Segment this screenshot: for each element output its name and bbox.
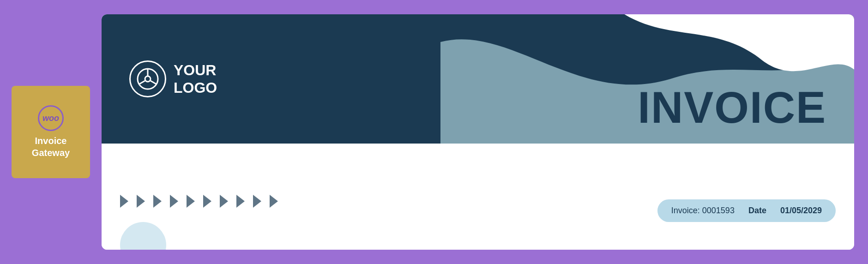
date-label: Date bbox=[748, 206, 766, 216]
bottom-circle-decoration bbox=[120, 222, 166, 250]
steering-wheel-icon bbox=[136, 67, 160, 91]
invoice-card: YOUR LOGO INVOICE bbox=[102, 14, 854, 250]
logo-text: YOUR LOGO bbox=[174, 61, 217, 97]
sidebar-card: woo Invoice Gateway bbox=[12, 86, 90, 178]
date-value: 01/05/2029 bbox=[780, 206, 822, 216]
arrow-4 bbox=[170, 195, 178, 208]
arrow-8 bbox=[236, 195, 245, 208]
arrow-5 bbox=[187, 195, 195, 208]
svg-line-5 bbox=[150, 81, 157, 84]
invoice-title: INVOICE bbox=[638, 85, 826, 130]
invoice-footer: Invoice: 0001593 Date 01/05/2029 bbox=[102, 144, 854, 250]
arrow-1 bbox=[120, 195, 128, 208]
invoice-number: Invoice: 0001593 bbox=[671, 206, 735, 216]
svg-line-4 bbox=[139, 81, 145, 84]
invoice-info-bar: Invoice: 0001593 Date 01/05/2029 bbox=[657, 199, 836, 222]
sidebar-label: Invoice Gateway bbox=[32, 135, 70, 159]
invoice-header: YOUR LOGO INVOICE bbox=[102, 14, 854, 144]
svg-point-2 bbox=[145, 76, 151, 82]
arrow-9 bbox=[253, 195, 261, 208]
invoice-title-area: INVOICE bbox=[638, 85, 826, 130]
woo-logo-circle: woo bbox=[38, 105, 64, 131]
woo-logo-text: woo bbox=[42, 114, 59, 123]
arrow-6 bbox=[203, 195, 211, 208]
arrows-and-info-row: Invoice: 0001593 Date 01/05/2029 bbox=[120, 195, 836, 208]
logo-icon bbox=[129, 60, 166, 97]
arrow-7 bbox=[220, 195, 228, 208]
arrow-3 bbox=[153, 195, 162, 208]
logo-area: YOUR LOGO bbox=[129, 60, 217, 97]
arrow-2 bbox=[137, 195, 145, 208]
arrow-10 bbox=[270, 195, 278, 208]
sidebar: woo Invoice Gateway bbox=[0, 0, 102, 264]
arrows-row bbox=[120, 195, 278, 208]
